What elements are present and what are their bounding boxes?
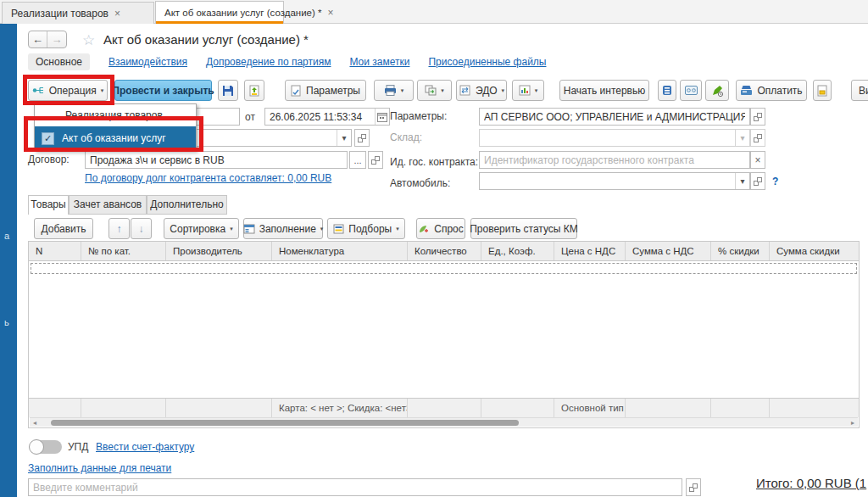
clear-gov-contract-button[interactable]: × [750, 151, 765, 169]
comment-field[interactable] [28, 478, 682, 496]
clipped-right-button-label: Видео [859, 85, 868, 97]
list-button[interactable] [658, 80, 676, 101]
gov-contract-input[interactable] [480, 154, 749, 166]
chevron-down-icon[interactable]: ▾ [735, 173, 749, 189]
clipped-right-button[interactable]: Видео [851, 80, 868, 101]
car-input[interactable] [480, 176, 735, 187]
forward-button[interactable]: → [47, 31, 66, 47]
car-help-link[interactable]: ? [772, 176, 778, 187]
total-link[interactable]: Итого: 0,00 RUB (1 [756, 476, 866, 490]
chevron-down-icon: ▾ [535, 87, 538, 93]
open-contract-button[interactable] [368, 151, 383, 169]
collapsed-side-panel[interactable]: а ь [0, 24, 17, 497]
contract-input[interactable] [86, 154, 347, 166]
open-car-button[interactable] [750, 172, 765, 190]
warehouse-field[interactable]: ▾ [479, 129, 750, 147]
move-down-button[interactable]: ↓ [131, 218, 152, 239]
params-field[interactable] [479, 108, 750, 126]
nav-link-zametki[interactable]: Мои заметки [349, 56, 409, 68]
window-tab-akt[interactable]: Акт об оказании услуг (создание) * × [155, 1, 284, 24]
favorite-star-icon[interactable]: ☆ [82, 31, 95, 49]
fill-label: Заполнение [259, 223, 316, 235]
contract-debt-link[interactable]: По договору долг контрагента составляет:… [85, 172, 331, 184]
yellow-doc-button[interactable] [813, 80, 832, 101]
menu-item-realizatsiya[interactable]: Реализация товаров [35, 104, 196, 126]
edo-button[interactable]: ЭДО ▾ [456, 80, 507, 101]
column-header[interactable]: № по кат. [81, 242, 166, 260]
tab-tovary[interactable]: Товары [28, 195, 69, 215]
column-header[interactable]: Количество [408, 242, 481, 260]
column-header[interactable]: Производитель [166, 242, 272, 260]
column-header[interactable]: Номенклатура [272, 242, 408, 260]
params-input[interactable] [480, 111, 749, 123]
footer-cell-card: Карта: < нет >; Скидка: <нет> [272, 399, 408, 417]
nav-link-vzaimodeystviya[interactable]: Взаимодействия [108, 56, 187, 68]
scroll-left-icon[interactable]: ◂ [30, 419, 40, 427]
column-header[interactable]: N [29, 242, 81, 260]
reports-button[interactable]: ▾ [512, 80, 544, 101]
post-and-close-button[interactable]: Провести и закрыть [114, 80, 212, 101]
pay-button[interactable]: Оплатить [736, 80, 807, 101]
nav-link-doprovedenie[interactable]: Допроведение по партиям [206, 56, 331, 68]
upd-toggle[interactable] [30, 440, 62, 454]
warehouse-input[interactable] [480, 132, 735, 144]
footer-cell-price-type: Основной тип… [554, 399, 626, 417]
copy-button[interactable]: ▾ [417, 80, 452, 101]
edit-schedule-button[interactable] [705, 80, 729, 101]
add-row-button[interactable]: Добавить [34, 218, 93, 239]
chevron-down-icon: ▾ [230, 226, 233, 232]
car-field[interactable]: ▾ [479, 172, 750, 190]
gov-contract-field[interactable] [479, 151, 750, 169]
pick-button[interactable]: Подборы ▾ [327, 218, 405, 239]
open-icon [689, 483, 698, 492]
tab-dopolnitelno[interactable]: Дополнительно [147, 195, 227, 215]
open-comment-button[interactable] [686, 478, 701, 496]
demand-button[interactable]: Спрос [416, 218, 465, 239]
scrollbar-thumb[interactable] [51, 420, 519, 426]
contract-more-button[interactable]: ... [349, 151, 366, 169]
checkmark-icon: ✓ [42, 132, 54, 145]
column-header[interactable]: Сумма скидки [770, 242, 860, 260]
close-icon[interactable]: × [327, 7, 333, 19]
tab-zachet-avansov[interactable]: Зачет авансов [69, 195, 147, 215]
pick-list-icon [333, 224, 344, 234]
window-tab-label: Реализации товаров [11, 8, 108, 20]
fill-print-data-link[interactable]: Заполнить данные для печати [28, 462, 171, 474]
column-header[interactable]: % скидки [711, 242, 770, 260]
close-icon[interactable]: × [114, 8, 120, 20]
sort-button[interactable]: Сортировка ▾ [164, 218, 239, 239]
back-button[interactable]: ← [29, 31, 47, 47]
operation-button[interactable]: Операция ▾ [28, 80, 108, 101]
nav-link-osnovnoe[interactable]: Основное [28, 53, 90, 70]
open-params-button[interactable] [750, 108, 765, 126]
chevron-down-icon[interactable]: ▾ [735, 130, 749, 146]
date-input[interactable] [265, 111, 375, 123]
record-button[interactable] [680, 80, 702, 101]
column-header[interactable]: Ед., Коэф. [481, 242, 554, 260]
empty-row-placeholder[interactable] [31, 263, 857, 274]
contract-field[interactable] [85, 151, 348, 169]
parameters-button[interactable]: Параметры [285, 80, 366, 101]
save-button[interactable] [218, 80, 238, 101]
calendar-icon[interactable] [375, 109, 389, 125]
enter-invoice-link[interactable]: Ввести счет-фактуру [96, 441, 194, 453]
horizontal-scrollbar[interactable]: ◂ ▸ [30, 417, 858, 427]
print-button[interactable]: ▾ [374, 80, 414, 101]
post-document-button[interactable] [244, 80, 264, 101]
check-km-button[interactable]: Проверить статусы КМ [470, 218, 577, 239]
column-header[interactable]: Сумма с НДС [626, 242, 711, 260]
column-header[interactable]: Цена с НДС [554, 242, 626, 260]
scroll-right-icon[interactable]: ▸ [848, 419, 858, 427]
menu-item-akt-selected[interactable]: ✓ Акт об оказании услуг [35, 126, 196, 150]
date-field[interactable] [264, 108, 390, 126]
fill-button[interactable]: Заполнение ▾ [243, 218, 323, 239]
window-tab-realizatsii[interactable]: Реализации товаров × [2, 2, 154, 24]
move-up-button[interactable]: ↑ [108, 218, 130, 239]
open-counterparty-button[interactable] [354, 129, 370, 147]
history-nav-group: ← → [28, 31, 67, 48]
chevron-down-icon[interactable]: ▾ [337, 130, 351, 146]
comment-input[interactable] [29, 482, 682, 494]
nav-link-faily[interactable]: Присоединенные файлы [428, 56, 546, 68]
start-interview-button[interactable]: Начать интервью [559, 80, 649, 101]
open-warehouse-button[interactable] [750, 129, 765, 147]
